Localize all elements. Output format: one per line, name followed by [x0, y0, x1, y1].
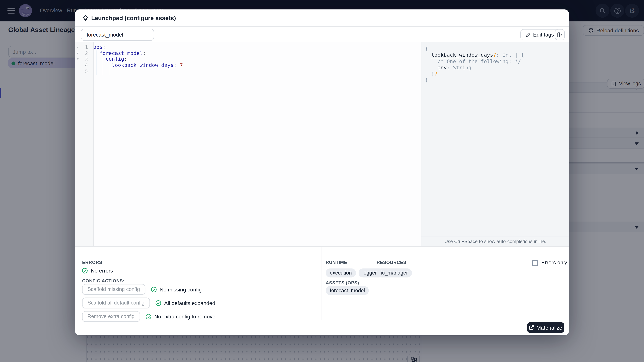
divider	[322, 247, 322, 320]
schema-line: }?	[425, 71, 524, 77]
assets-ops-tags: forecast_model	[326, 286, 369, 295]
scaffold-missing-config-button[interactable]: Scaffold missing config	[82, 284, 145, 295]
materialize-button[interactable]: Materialize	[527, 322, 564, 333]
config-actions-label: CONFIG ACTIONS:	[82, 278, 124, 283]
edit-tags-button[interactable]: Edit tags	[520, 29, 559, 40]
config-schema-panel[interactable]: { lookback_window_days?: Int | { /* One …	[421, 42, 569, 246]
check-circle-icon	[145, 313, 152, 320]
modal-footer: Materialize	[75, 320, 569, 335]
code-line[interactable]: 4 lookback_window_days: 7	[75, 62, 420, 68]
config-action-row: Scaffold missing config No missing confi…	[82, 284, 202, 295]
check-circle-icon	[82, 268, 88, 274]
fold-arrow-icon[interactable]: ▾	[75, 44, 80, 50]
pencil-icon	[526, 32, 531, 37]
errors-only-checkbox[interactable]	[532, 260, 538, 266]
errors-section-label: ERRORS	[82, 260, 102, 265]
modal-bottom-section: ERRORS No errors CONFIG ACTIONS: Scaffol…	[75, 246, 569, 320]
config-action-status-text: All defaults expanded	[164, 300, 215, 306]
edit-tags-label: Edit tags	[533, 32, 554, 38]
session-tab[interactable]: forecast_model	[81, 29, 154, 40]
expand-panel-button[interactable]	[555, 29, 565, 40]
fold-arrow-icon[interactable]: ▾	[75, 56, 80, 62]
errors-status-text: No errors	[91, 268, 113, 274]
config-editor[interactable]: ▾1ops:▾2 forecast_model:▾3 config:4 look…	[75, 42, 420, 246]
assets-ops-label: ASSETS (OPS)	[326, 280, 359, 285]
code-line[interactable]: ▾3 config:	[75, 56, 420, 62]
fold-arrow-icon[interactable]: ▾	[75, 50, 80, 56]
config-action-status: No extra config to remove	[145, 313, 215, 320]
errors-only-label: Errors only	[541, 259, 567, 266]
line-number: 2	[80, 50, 91, 56]
check-circle-icon	[150, 286, 157, 293]
editor-lines: ▾1ops:▾2 forecast_model:▾3 config:4 look…	[75, 44, 420, 74]
runtime-label: RUNTIME	[326, 260, 347, 265]
launchpad-modal: Launchpad (configure assets) forecast_mo…	[75, 9, 569, 335]
resources-label: RESOURCES	[377, 260, 406, 265]
line-number: 5	[80, 68, 91, 74]
line-number: 4	[80, 62, 91, 68]
app-viewport: Global Asset Lineage Reload definitions …	[0, 0, 644, 362]
runtime-tag: execution	[326, 269, 356, 278]
schema-line: {	[425, 45, 524, 52]
assets-ops-tag: forecast_model	[326, 286, 369, 295]
config-action-status: No missing config	[150, 286, 202, 293]
line-number: 1	[80, 44, 91, 50]
materialize-label: Materialize	[536, 325, 562, 331]
panel-expand-icon	[557, 32, 563, 37]
line-number: 3	[80, 56, 91, 62]
code-line[interactable]: ▾1ops:	[75, 44, 420, 50]
errors-status: No errors	[82, 268, 113, 274]
modal-header: Launchpad (configure assets)	[75, 9, 569, 27]
config-action-status-text: No missing config	[160, 286, 202, 293]
config-action-status: All defaults expanded	[155, 300, 215, 306]
autocomplete-hint: Use Ctrl+Space to show auto-completions …	[422, 236, 569, 246]
modal-title: Launchpad (configure assets)	[91, 9, 176, 27]
indent-guide	[96, 50, 97, 75]
indent-guide	[103, 57, 103, 75]
config-action-row: Scaffold all default config All defaults…	[82, 298, 215, 308]
check-circle-icon	[155, 300, 161, 306]
schema-line: }	[425, 77, 524, 83]
schema-line: env: String	[425, 64, 524, 70]
launchpad-layers-icon	[82, 15, 89, 21]
config-action-status-text: No extra config to remove	[154, 313, 216, 320]
schema-lines: { lookback_window_days?: Int | { /* One …	[425, 45, 524, 83]
schema-line: /* One of the following: */	[425, 58, 524, 64]
runtime-tags: execution loggers	[326, 269, 384, 278]
schema-line: lookback_window_days?: Int | {	[425, 52, 524, 58]
session-tab-row: forecast_model Edit tags	[75, 27, 569, 42]
code-line[interactable]: ▾2 forecast_model:	[75, 50, 420, 56]
indent-guide	[109, 62, 109, 75]
code-line[interactable]: 5	[75, 68, 420, 74]
resources-tags: io_manager	[377, 269, 412, 278]
resources-tag: io_manager	[377, 269, 412, 278]
scaffold-all-default-config-button[interactable]: Scaffold all default config	[82, 298, 150, 308]
launch-external-icon	[529, 325, 534, 330]
